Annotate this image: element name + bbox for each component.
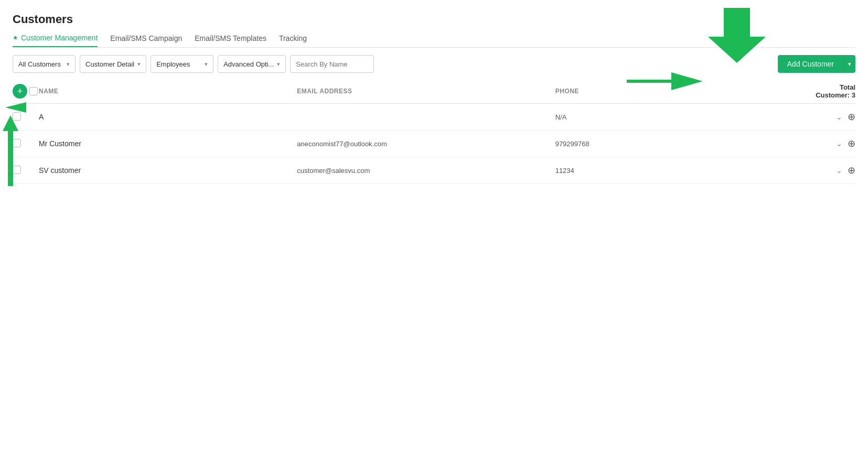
- row-1-actions: ⌄ ⊕: [813, 111, 855, 123]
- tab-email-sms-templates[interactable]: Email/SMS Templates: [195, 34, 266, 47]
- row-1-checkbox-cell: [13, 112, 39, 122]
- row-1-add-button[interactable]: ⊕: [848, 111, 855, 123]
- row-1-expand-button[interactable]: ⌄: [836, 113, 842, 121]
- tab-tracking-label: Tracking: [279, 34, 307, 42]
- col-header-name: NAME: [39, 88, 297, 95]
- advanced-options-dropdown[interactable]: Advanced Opti... ▾: [218, 55, 286, 73]
- row-2-expand-button[interactable]: ⌄: [836, 139, 842, 148]
- col-header-email: EMAIL ADDRESS: [297, 88, 555, 95]
- row-3-name: SV customer: [39, 166, 297, 175]
- toolbar: All Customers ▾ Customer Detail ▾ Employ…: [13, 55, 855, 73]
- chevron-down-icon: ▾: [205, 61, 208, 68]
- star-icon: ★: [13, 34, 18, 41]
- page-title: Customers: [13, 13, 855, 26]
- add-customer-button[interactable]: Add Customer: [778, 55, 843, 73]
- col-header-phone: PHONE: [555, 88, 813, 95]
- row-3-actions: ⌄ ⊕: [813, 165, 855, 176]
- row-3-email: customer@salesvu.com: [297, 167, 555, 175]
- row-1-checkbox[interactable]: [13, 112, 21, 121]
- row-3-checkbox[interactable]: [13, 166, 21, 174]
- row-2-name: Mr Customer: [39, 139, 297, 148]
- advanced-options-label: Advanced Opti...: [223, 60, 274, 68]
- row-3-add-button[interactable]: ⊕: [848, 165, 855, 176]
- row-2-add-button[interactable]: ⊕: [848, 138, 855, 149]
- header-checkbox-cell: +: [13, 84, 39, 99]
- chevron-down-icon: ▾: [137, 61, 141, 68]
- chevron-down-icon: ▾: [67, 61, 70, 68]
- tab-customer-management[interactable]: ★ Customer Management: [13, 34, 98, 47]
- tab-email-sms-campaign-label: Email/SMS Campaign: [110, 34, 182, 42]
- customer-detail-dropdown[interactable]: Customer Detail ▾: [80, 55, 146, 73]
- tab-customer-management-label: Customer Management: [21, 34, 98, 42]
- employees-dropdown[interactable]: Employees ▾: [151, 55, 213, 73]
- chevron-down-icon: ▾: [277, 61, 280, 68]
- row-2-checkbox[interactable]: [13, 139, 21, 147]
- table-row: Mr Customer aneconomist77@outlook.com 97…: [13, 131, 855, 157]
- tab-email-sms-campaign[interactable]: Email/SMS Campaign: [110, 34, 182, 47]
- table-wrapper: + NAME EMAIL ADDRESS PHONE Total Custome…: [13, 79, 855, 184]
- nav-tabs: ★ Customer Management Email/SMS Campaign…: [13, 34, 855, 48]
- row-2-email: aneconomist77@outlook.com: [297, 140, 555, 148]
- row-1-phone: N/A: [555, 113, 813, 121]
- table-header: + NAME EMAIL ADDRESS PHONE Total Custome…: [13, 79, 855, 104]
- table-row: SV customer customer@salesvu.com 11234 ⌄…: [13, 157, 855, 184]
- row-2-checkbox-cell: [13, 139, 39, 149]
- search-input[interactable]: [290, 55, 374, 73]
- tab-email-sms-templates-label: Email/SMS Templates: [195, 34, 266, 42]
- select-all-checkbox[interactable]: [29, 87, 38, 95]
- row-2-phone: 979299768: [555, 140, 813, 148]
- toolbar-right: Add Customer ▾: [778, 55, 855, 73]
- tab-tracking[interactable]: Tracking: [279, 34, 307, 47]
- all-customers-dropdown[interactable]: All Customers ▾: [13, 55, 76, 73]
- row-3-checkbox-cell: [13, 166, 39, 176]
- customer-detail-label: Customer Detail: [85, 60, 134, 68]
- employees-label: Employees: [156, 60, 190, 68]
- row-3-expand-button[interactable]: ⌄: [836, 166, 842, 175]
- page-wrapper: Customers ★ Customer Management Email/SM…: [0, 0, 868, 467]
- row-3-phone: 11234: [555, 167, 813, 175]
- col-header-total: Total Customer: 3: [813, 83, 855, 99]
- add-row-button[interactable]: +: [13, 84, 27, 99]
- add-customer-dropdown-button[interactable]: ▾: [843, 55, 855, 73]
- row-1-name: A: [39, 113, 297, 121]
- row-2-actions: ⌄ ⊕: [813, 138, 855, 149]
- all-customers-label: All Customers: [18, 60, 61, 68]
- table-row: A N/A ⌄ ⊕: [13, 104, 855, 131]
